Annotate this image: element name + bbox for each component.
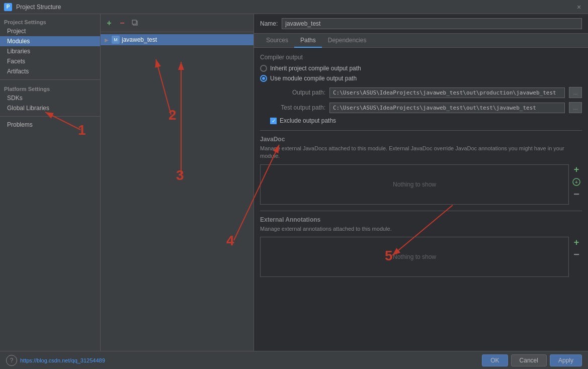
- sidebar-item-project[interactable]: Project: [0, 26, 100, 36]
- output-path-label: Output path:: [270, 89, 325, 96]
- exclude-label: Exclude output paths: [280, 117, 336, 124]
- compiler-output-label: Compiler output: [260, 54, 582, 61]
- annotations-list: Nothing to show: [260, 237, 569, 277]
- platform-settings-header: Platform Settings: [0, 83, 100, 93]
- browse-test-output-button[interactable]: ...: [569, 102, 582, 113]
- sidebar-item-facets[interactable]: Facets: [0, 56, 100, 66]
- title-bar: P Project Structure ×: [0, 0, 588, 14]
- sidebar: Project Settings Project Modules Librari…: [0, 14, 101, 369]
- javadoc-add-url-button[interactable]: +: [571, 176, 582, 188]
- javadoc-list: Nothing to show: [260, 164, 569, 205]
- name-input[interactable]: [282, 18, 582, 29]
- test-output-path-input[interactable]: [329, 103, 565, 113]
- radio-inherit[interactable]: Inherit project compile output path: [260, 65, 582, 72]
- radio-use-module[interactable]: Use module compile output path: [260, 75, 582, 82]
- sidebar-item-artifacts[interactable]: Artifacts: [0, 66, 100, 76]
- module-icon: M: [112, 36, 120, 44]
- tree-expand-arrow: ▶: [105, 37, 110, 43]
- javadoc-remove-button[interactable]: −: [571, 189, 582, 200]
- module-tree: ▶ M javaweb_test: [101, 32, 254, 369]
- radio-inherit-circle: [260, 65, 267, 72]
- sidebar-item-problems[interactable]: Problems: [0, 120, 100, 130]
- module-toolbar: + −: [101, 14, 254, 32]
- ok-button[interactable]: OK: [482, 354, 508, 366]
- help-button[interactable]: ?: [6, 355, 17, 366]
- output-path-input[interactable]: [329, 87, 565, 98]
- name-label: Name:: [260, 20, 278, 27]
- output-path-row: Output path: ...: [260, 87, 582, 98]
- paths-content: Compiler output Inherit project compile …: [254, 48, 588, 369]
- annotations-description: Manage external annotations attached to …: [260, 225, 582, 233]
- app-icon: P: [4, 3, 12, 11]
- copy-module-button[interactable]: [130, 18, 141, 29]
- close-button[interactable]: ×: [574, 2, 584, 12]
- status-url: https://blog.csdn.net/qq_31254489: [20, 357, 105, 363]
- sidebar-item-modules[interactable]: Modules: [0, 36, 100, 46]
- radio-use-module-circle: [260, 75, 267, 82]
- browse-output-button[interactable]: ...: [569, 87, 582, 98]
- sidebar-item-sdks[interactable]: SDKs: [0, 93, 100, 103]
- tab-paths[interactable]: Paths: [294, 34, 322, 48]
- annotations-empty-label: Nothing to show: [393, 253, 436, 260]
- module-panel: + − ▶ M javaweb_test: [101, 14, 254, 369]
- tabs-bar: Sources Paths Dependencies: [254, 34, 588, 48]
- sidebar-item-global-libraries[interactable]: Global Libraries: [0, 103, 100, 113]
- javadoc-add-button[interactable]: +: [571, 164, 582, 175]
- window-title: Project Structure: [16, 4, 570, 11]
- sidebar-item-libraries[interactable]: Libraries: [0, 46, 100, 56]
- exclude-checkbox-row: ✓ Exclude output paths: [260, 117, 582, 124]
- javadoc-description: Manage external JavaDocs attached to thi…: [260, 145, 582, 160]
- name-row: Name:: [254, 14, 588, 34]
- module-name: javaweb_test: [122, 36, 157, 43]
- cancel-button[interactable]: Cancel: [511, 354, 547, 366]
- radio-use-module-label: Use module compile output path: [270, 75, 357, 82]
- annotations-remove-button[interactable]: −: [571, 249, 582, 260]
- javadoc-section: JavaDoc Manage external JavaDocs attache…: [260, 136, 582, 205]
- svg-text:+: +: [575, 179, 578, 185]
- tab-dependencies[interactable]: Dependencies: [322, 34, 373, 48]
- test-output-path-row: Test output path: ...: [260, 102, 582, 113]
- javadoc-empty-label: Nothing to show: [393, 181, 436, 188]
- exclude-checkbox[interactable]: ✓: [270, 118, 277, 124]
- add-module-button[interactable]: +: [104, 18, 115, 29]
- annotations-section: External Annotations Manage external ann…: [260, 216, 582, 277]
- project-settings-header: Project Settings: [0, 16, 100, 26]
- annotations-add-button[interactable]: +: [571, 237, 582, 248]
- module-tree-item-javaweb[interactable]: ▶ M javaweb_test: [101, 34, 254, 45]
- annotations-title: External Annotations: [260, 216, 582, 223]
- test-output-path-label: Test output path:: [270, 104, 325, 111]
- javadoc-title: JavaDoc: [260, 136, 582, 143]
- remove-module-button[interactable]: −: [117, 18, 128, 29]
- right-panel: Name: Sources Paths Dependencies Compile…: [254, 14, 588, 369]
- tab-sources[interactable]: Sources: [260, 34, 294, 48]
- bottom-bar: ? https://blog.csdn.net/qq_31254489 OK C…: [0, 351, 588, 369]
- radio-inherit-label: Inherit project compile output path: [270, 65, 361, 72]
- svg-rect-1: [132, 20, 136, 24]
- apply-button[interactable]: Apply: [550, 354, 582, 366]
- compiler-radio-group: Inherit project compile output path Use …: [260, 65, 582, 82]
